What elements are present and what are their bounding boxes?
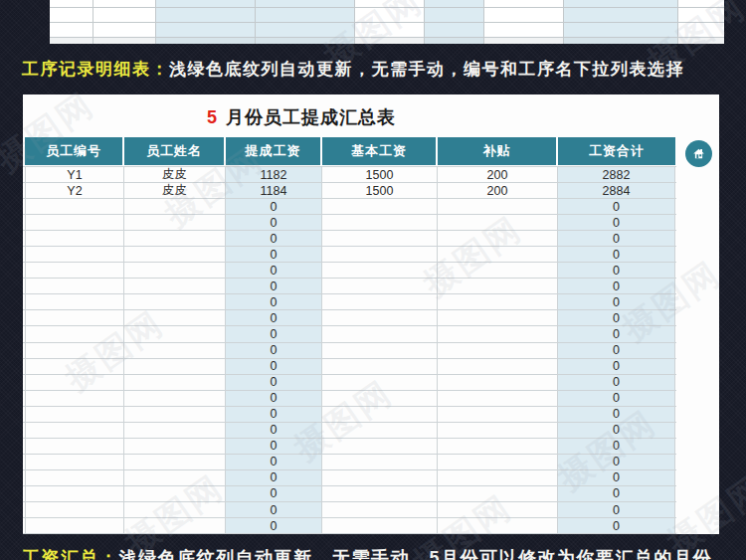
table-row[interactable]: 00 [23, 359, 676, 375]
table-row[interactable]: 00 [23, 455, 676, 470]
table-cell[interactable] [25, 247, 124, 262]
table-cell[interactable] [322, 294, 438, 309]
table-cell[interactable] [438, 294, 558, 309]
table-cell[interactable] [322, 470, 438, 485]
table-cell[interactable] [25, 310, 124, 325]
table-row[interactable]: 00 [23, 294, 676, 310]
table-cell[interactable] [438, 455, 558, 469]
table-cell[interactable] [25, 263, 124, 278]
table-cell[interactable]: 0 [558, 343, 675, 358]
table-cell[interactable] [438, 391, 558, 406]
table-cell[interactable]: 0 [558, 294, 675, 309]
table-cell[interactable] [322, 359, 438, 374]
table-cell[interactable]: 皮皮 [124, 183, 226, 198]
table-cell[interactable]: 0 [226, 423, 322, 438]
table-cell[interactable]: 0 [226, 439, 322, 454]
table-cell[interactable]: 0 [226, 455, 322, 469]
table-row[interactable]: 00 [23, 391, 676, 407]
table-cell[interactable]: 0 [558, 375, 675, 390]
table-cell[interactable]: 1182 [226, 167, 322, 182]
table-row[interactable]: 00 [23, 343, 676, 359]
table-cell[interactable]: 0 [226, 518, 322, 533]
table-row[interactable]: 00 [23, 486, 676, 502]
table-cell[interactable]: 0 [558, 470, 675, 485]
table-cell[interactable] [124, 247, 226, 262]
table-cell[interactable] [438, 326, 558, 341]
table-cell[interactable]: 0 [558, 407, 675, 422]
table-cell[interactable]: 0 [558, 199, 675, 214]
table-cell[interactable]: 0 [558, 423, 675, 438]
table-cell[interactable] [124, 294, 226, 309]
table-cell[interactable] [25, 326, 124, 341]
table-cell[interactable]: 2882 [558, 167, 675, 182]
table-cell[interactable]: 0 [226, 375, 322, 390]
table-row[interactable]: 00 [23, 470, 676, 486]
table-cell[interactable]: 0 [558, 215, 675, 230]
table-cell[interactable]: 2884 [558, 183, 675, 198]
header-cell-commission[interactable]: 提成工资 [226, 137, 320, 165]
table-cell[interactable]: 0 [226, 279, 322, 293]
table-cell[interactable] [322, 279, 438, 293]
table-row[interactable]: 00 [23, 502, 676, 518]
table-cell[interactable] [438, 247, 558, 262]
table-cell[interactable]: 0 [226, 486, 322, 501]
table-cell[interactable] [124, 215, 226, 230]
table-cell[interactable] [124, 375, 226, 390]
table-cell[interactable] [438, 231, 558, 246]
table-cell[interactable] [124, 310, 226, 325]
table-cell[interactable] [438, 359, 558, 374]
table-row[interactable]: 00 [23, 518, 676, 534]
table-cell[interactable]: 0 [558, 502, 675, 517]
table-cell[interactable] [322, 263, 438, 278]
table-cell[interactable] [124, 423, 226, 438]
table-cell[interactable]: 0 [226, 343, 322, 358]
table-cell[interactable] [124, 518, 226, 533]
table-cell[interactable]: 0 [226, 470, 322, 485]
table-cell[interactable] [438, 518, 558, 533]
table-cell[interactable]: 0 [558, 391, 675, 406]
table-cell[interactable] [322, 343, 438, 358]
home-button[interactable] [685, 140, 712, 167]
table-cell[interactable] [124, 343, 226, 358]
table-cell[interactable]: 皮皮 [124, 167, 226, 182]
table-cell[interactable] [25, 439, 124, 454]
table-cell[interactable]: 0 [558, 326, 675, 341]
table-cell[interactable] [322, 326, 438, 341]
table-cell[interactable] [25, 279, 124, 293]
table-cell[interactable] [438, 375, 558, 390]
table-cell[interactable]: 0 [558, 247, 675, 262]
table-cell[interactable]: 0 [226, 391, 322, 406]
table-row[interactable]: 00 [23, 407, 676, 423]
table-cell[interactable] [25, 199, 124, 214]
table-cell[interactable] [25, 231, 124, 246]
table-cell[interactable] [322, 518, 438, 533]
table-cell[interactable] [124, 502, 226, 517]
table-cell[interactable] [438, 263, 558, 278]
table-cell[interactable] [438, 279, 558, 293]
table-cell[interactable]: Y1 [25, 167, 124, 182]
table-cell[interactable] [124, 231, 226, 246]
table-cell[interactable]: 0 [226, 359, 322, 374]
table-cell[interactable] [25, 375, 124, 390]
table-cell[interactable] [25, 294, 124, 309]
table-cell[interactable]: 0 [226, 407, 322, 422]
table-cell[interactable] [124, 279, 226, 293]
table-cell[interactable] [438, 486, 558, 501]
table-cell[interactable] [322, 407, 438, 422]
table-cell[interactable]: 0 [226, 326, 322, 341]
table-cell[interactable]: 0 [558, 279, 675, 293]
table-row[interactable]: 00 [23, 199, 676, 215]
table-cell[interactable]: 0 [558, 231, 675, 246]
table-cell[interactable]: 0 [558, 486, 675, 501]
table-cell[interactable]: 0 [226, 231, 322, 246]
table-row[interactable]: 00 [23, 263, 676, 279]
table-row[interactable]: 00 [23, 423, 676, 439]
table-cell[interactable]: 0 [226, 199, 322, 214]
table-cell[interactable] [124, 326, 226, 341]
table-cell[interactable] [124, 407, 226, 422]
table-cell[interactable]: 0 [226, 263, 322, 278]
table-cell[interactable] [322, 231, 438, 246]
table-cell[interactable] [25, 359, 124, 374]
table-row[interactable]: 00 [23, 375, 676, 391]
table-cell[interactable] [124, 470, 226, 485]
